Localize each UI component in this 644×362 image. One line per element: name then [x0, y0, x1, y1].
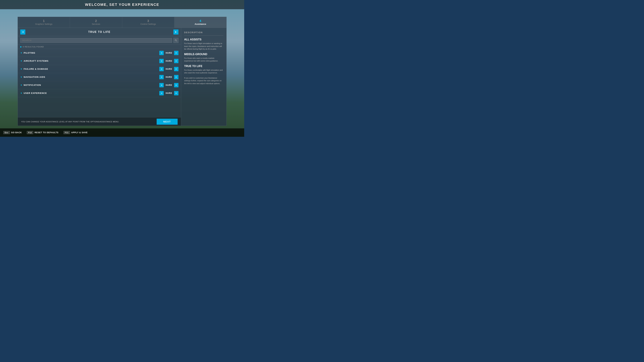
- step-4-label: Assistance: [195, 23, 206, 25]
- step-1-label: Graphics Settings: [35, 23, 52, 25]
- desc-extra-text: If you wish to customize your Assistance…: [184, 77, 224, 85]
- desc-title-all-assists: ALL ASSISTS: [184, 38, 224, 41]
- category-row-failure-damage: ▼ FAILURE & DAMAGE HARD: [18, 65, 181, 73]
- cat-prev-piloting[interactable]: [159, 51, 164, 55]
- step-3[interactable]: 3 Control Settings: [122, 17, 174, 28]
- svg-point-2: [175, 39, 176, 41]
- cat-prev-user-experience[interactable]: [159, 91, 164, 95]
- svg-marker-1: [175, 31, 176, 33]
- results-row: ▶ 0 RESULT(S) FOUND: [18, 45, 181, 49]
- left-panel: TRUE TO LIFE ▶ 0 RESULT(S) FOUND: [18, 28, 181, 126]
- cat-prev-failure-damage[interactable]: [159, 67, 164, 71]
- cat-value-notification: HARD: [165, 84, 173, 86]
- step-3-num: 3: [148, 19, 149, 23]
- cat-next-piloting[interactable]: [174, 51, 178, 55]
- footer-action-reset: F12 RESET TO DEFAULTS: [27, 131, 58, 134]
- step-2-num: 2: [95, 19, 97, 23]
- chevron-icon-aircraft-systems[interactable]: ▼: [20, 60, 22, 62]
- search-icon-button[interactable]: [174, 38, 178, 43]
- chevron-icon-failure-damage[interactable]: ▼: [20, 68, 22, 70]
- cat-value-user-experience: HARD: [165, 92, 173, 94]
- svg-marker-13: [176, 85, 177, 86]
- svg-marker-5: [176, 52, 177, 53]
- svg-marker-4: [161, 52, 162, 53]
- next-arrow-button[interactable]: [174, 29, 178, 34]
- svg-marker-10: [161, 77, 162, 78]
- f11-key-badge: F11: [64, 131, 70, 134]
- svg-marker-7: [176, 60, 177, 61]
- desc-title-middle-ground: MIDDLE-GROUND: [184, 53, 224, 56]
- cat-value-piloting: HARD: [165, 52, 173, 54]
- svg-marker-11: [176, 77, 177, 78]
- category-controls-notification: HARD: [159, 83, 178, 87]
- category-row-piloting: ▼ PILOTING HARD: [18, 49, 181, 57]
- desc-title-true-to-life: TRUE TO LIFE: [184, 65, 224, 68]
- cat-prev-navigation-aids[interactable]: [159, 75, 164, 79]
- description-heading: DESCRIPTION: [184, 31, 224, 35]
- footer-reset-label: RESET TO DEFAULTS: [34, 131, 58, 134]
- cat-next-aircraft-systems[interactable]: [174, 59, 178, 63]
- page-title: WELCOME, SET YOUR EXPERIENCE: [85, 2, 159, 7]
- search-bar: [18, 36, 181, 45]
- svg-line-3: [176, 41, 177, 41]
- step-4[interactable]: 4 Assistance: [174, 17, 226, 28]
- footer-apply-label: APPLY & SAVE: [71, 131, 88, 134]
- desc-text-true-to-life: For those comfortable with flight simula…: [184, 69, 224, 74]
- cat-value-failure-damage: HARD: [165, 68, 173, 70]
- panel-title: TRUE TO LIFE: [27, 30, 172, 33]
- category-row-user-experience: ▼ USER EXPERIENCE HARD: [18, 89, 181, 97]
- category-row-navigation-aids: ▼ NAVIGATION AIDS HARD: [18, 73, 181, 81]
- chevron-icon-piloting[interactable]: ▼: [20, 52, 22, 54]
- step-2-label: Services: [92, 23, 100, 25]
- step-1[interactable]: 1 Graphics Settings: [18, 17, 70, 28]
- category-name-aircraft-systems: AIRCRAFT SYSTEMS: [24, 60, 159, 62]
- svg-marker-14: [161, 93, 162, 94]
- category-controls-piloting: HARD: [159, 51, 178, 55]
- footer-bar: Esc GO BACK F12 RESET TO DEFAULTS F11 AP…: [0, 128, 244, 137]
- right-panel: DESCRIPTION ALL ASSISTS For those new to…: [181, 28, 226, 126]
- footer-action-apply: F11 APPLY & SAVE: [64, 131, 88, 134]
- category-name-notification: NOTIFICATION: [24, 84, 159, 86]
- footer-back-label: GO BACK: [11, 131, 22, 134]
- svg-marker-8: [161, 68, 162, 69]
- chevron-icon-navigation-aids[interactable]: ▼: [20, 76, 22, 78]
- category-controls-aircraft-systems: HARD: [159, 59, 178, 63]
- title-bar: WELCOME, SET YOUR EXPERIENCE: [0, 0, 244, 9]
- category-controls-user-experience: HARD: [159, 91, 178, 95]
- next-button[interactable]: NEXT: [157, 119, 178, 125]
- svg-marker-6: [161, 60, 162, 61]
- step-1-num: 1: [43, 19, 44, 23]
- bottom-info-bar: YOU CAN CHANGE YOUR ASSISTANCE LEVEL AT …: [18, 117, 181, 126]
- panel-header: TRUE TO LIFE: [18, 28, 181, 36]
- category-name-failure-damage: FAILURE & DAMAGE: [24, 68, 159, 70]
- main-dialog: 1 Graphics Settings 2 Services 3 Control…: [18, 17, 226, 126]
- cat-next-user-experience[interactable]: [174, 91, 178, 95]
- svg-marker-0: [22, 31, 24, 33]
- cat-next-navigation-aids[interactable]: [174, 75, 178, 79]
- cat-next-failure-damage[interactable]: [174, 67, 178, 71]
- cat-prev-aircraft-systems[interactable]: [159, 59, 164, 63]
- svg-marker-12: [161, 85, 162, 86]
- cat-prev-notification[interactable]: [159, 83, 164, 87]
- prev-button[interactable]: [20, 29, 25, 34]
- chevron-icon-notification[interactable]: ▼: [20, 84, 22, 86]
- f12-key-badge: F12: [27, 131, 33, 134]
- chevron-icon-user-experience[interactable]: ▼: [20, 92, 22, 94]
- content-area: TRUE TO LIFE ▶ 0 RESULT(S) FOUND: [18, 28, 226, 126]
- results-text: 0 RESULT(S) FOUND: [23, 46, 44, 48]
- svg-marker-9: [176, 68, 177, 69]
- step-3-label: Control Settings: [140, 23, 156, 25]
- esc-key-badge: Esc: [3, 131, 10, 134]
- desc-text-all-assists: For those new to flight simulation or wa…: [184, 42, 224, 50]
- search-input[interactable]: [20, 38, 172, 43]
- step-2[interactable]: 2 Services: [70, 17, 122, 28]
- category-name-navigation-aids: NAVIGATION AIDS: [24, 76, 159, 78]
- category-row-notification: ▼ NOTIFICATION HARD: [18, 81, 181, 89]
- category-name-user-experience: USER EXPERIENCE: [24, 92, 159, 94]
- category-row-aircraft-systems: ▼ AIRCRAFT SYSTEMS HARD: [18, 57, 181, 65]
- footer-action-back: Esc GO BACK: [3, 131, 22, 134]
- bottom-info-text: YOU CAN CHANGE YOUR ASSISTANCE LEVEL AT …: [21, 121, 119, 123]
- cat-next-notification[interactable]: [174, 83, 178, 87]
- svg-marker-15: [176, 93, 177, 94]
- steps-bar: 1 Graphics Settings 2 Services 3 Control…: [18, 17, 226, 28]
